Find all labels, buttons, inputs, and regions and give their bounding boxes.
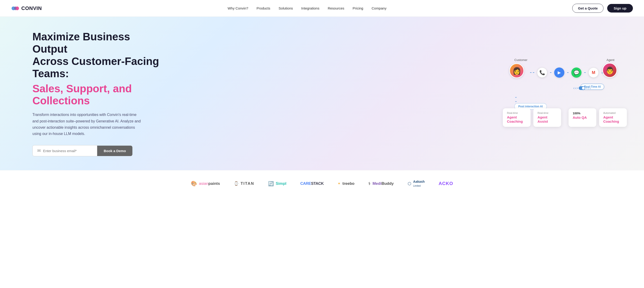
- down-chevrons: ⌄ ⌄: [514, 95, 518, 103]
- dot-1: [550, 72, 552, 73]
- phone-channel-icon: 📞: [537, 67, 547, 78]
- get-quote-button[interactable]: Get a Quote: [572, 4, 604, 13]
- asianpaints-icon: 🎨: [191, 181, 197, 187]
- bottom-cards: Real-time Agent Coaching Real-time Agent…: [503, 108, 627, 127]
- agent-coaching-title: Agent Coaching: [507, 115, 526, 124]
- navbar: CONVIN Why Convin? Products Solutions In…: [0, 0, 644, 17]
- hero-form: ✉ Book a Demo: [32, 145, 167, 156]
- agent-assist-title: Agent Assist: [538, 115, 557, 124]
- asianpaints-text: asianpaints: [199, 181, 220, 186]
- treebo-icon: ✦: [338, 181, 340, 186]
- convin-logo-icon: [11, 6, 20, 11]
- hero-heading: Maximize Business Output Across Customer…: [32, 31, 167, 80]
- simpl-text: Simpl: [276, 181, 286, 186]
- chevron-down-1: ⌄: [514, 95, 518, 99]
- titan-text: TITAN: [240, 181, 254, 186]
- nav-links: Why Convin? Products Solutions Integrati…: [228, 6, 386, 10]
- toggle-switch[interactable]: [579, 86, 585, 90]
- nav-company[interactable]: Company: [372, 6, 386, 10]
- hero-section: Maximize Business Output Across Customer…: [0, 17, 644, 170]
- nav-products[interactable]: Products: [256, 6, 270, 10]
- mail-channel-icon: M: [588, 67, 599, 78]
- logo-acko: ACKO: [439, 181, 453, 186]
- hero-heading-colored: Sales, Support, and Collections: [32, 83, 167, 107]
- dot-2: [567, 72, 568, 73]
- treebo-text: treebo: [342, 181, 354, 186]
- nav-why-convin[interactable]: Why Convin?: [228, 6, 248, 10]
- chevron-down-2: ⌄: [514, 99, 518, 103]
- agent-coaching-label-top: Real-time: [507, 111, 526, 114]
- acko-text: ACKO: [439, 181, 453, 186]
- carestack-text: CARESTACK: [300, 181, 324, 186]
- signup-button[interactable]: Sign up: [607, 4, 633, 13]
- asianpaints-text-asian: asian: [199, 181, 208, 186]
- logo-titan: ⌚ TITAN: [234, 181, 254, 186]
- line-seg2: [586, 88, 587, 88]
- auto-qa-card: 100% Auto QA: [568, 108, 596, 127]
- customer-avatar: 👩: [509, 63, 524, 78]
- auto-qa-number: 100%: [573, 111, 592, 115]
- video-channel-icon: ▶: [554, 67, 564, 78]
- logo-carestack: CARESTACK: [300, 181, 324, 186]
- agent-assist-card: Real-time Agent Assist: [533, 108, 561, 127]
- agent-label: Agent: [606, 58, 614, 62]
- mail-icon: ✉: [37, 148, 41, 153]
- diagram-container: Customer 👩 📞 ▶ 💬 M » »: [496, 56, 621, 130]
- dot-3: [584, 72, 586, 73]
- svg-point-2: [14, 7, 16, 10]
- titan-icon: ⌚: [234, 181, 239, 186]
- connector-arrows: ‹ ‹ ‹ ‹: [574, 86, 591, 90]
- whatsapp-channel-icon: 💬: [571, 67, 582, 78]
- connector-line-1: [530, 72, 534, 73]
- hero-heading-line2: Across Customer-Facing Teams:: [32, 55, 159, 80]
- logo-aakash: ⬡ AakashLimited: [408, 180, 425, 188]
- agent-assist-label-top: Real-time: [538, 111, 557, 114]
- logos-section: 🎨 asianpaints ⌚ TITAN 🔄 Simpl CARESTACK …: [0, 170, 644, 197]
- automated-coaching-label-top: Automated: [603, 111, 623, 114]
- nav-actions: Get a Quote Sign up: [572, 4, 633, 13]
- automated-coaching-card: Automated Agent Coaching: [599, 108, 627, 127]
- medibuddy-icon: ⚕: [368, 181, 370, 186]
- arrow-left: ‹: [574, 86, 574, 90]
- logo-treebo: ✦ treebo: [338, 181, 354, 186]
- channel-icons: 📞 ▶ 💬 M » »: [530, 67, 608, 78]
- logo-medibuddy: ⚕ MediBuddy: [368, 181, 394, 186]
- email-input[interactable]: [43, 149, 92, 153]
- logo[interactable]: CONVIN: [11, 5, 42, 11]
- arrow-left4: ‹: [590, 86, 591, 90]
- agent-coaching-card: Real-time Agent Coaching: [503, 108, 530, 127]
- aakash-text: AakashLimited: [413, 180, 425, 188]
- line-seg: [577, 88, 578, 88]
- hero-subtext: Transform interactions into opportunitie…: [32, 111, 144, 137]
- book-demo-button[interactable]: Book a Demo: [97, 146, 132, 156]
- email-input-wrap[interactable]: ✉: [32, 145, 97, 156]
- hero-diagram: Customer 👩 📞 ▶ 💬 M » »: [496, 56, 621, 130]
- aakash-icon: ⬡: [408, 181, 411, 186]
- arrow-left2: ‹: [575, 86, 576, 90]
- medibuddy-text: MediBuddy: [372, 181, 394, 186]
- nav-integrations[interactable]: Integrations: [301, 6, 319, 10]
- asianpaints-text-paints: paints: [208, 181, 220, 186]
- nav-solutions[interactable]: Solutions: [279, 6, 293, 10]
- logo-simpl: 🔄 Simpl: [268, 181, 286, 186]
- arrow-left3: ‹: [588, 86, 589, 90]
- brand-name: CONVIN: [21, 5, 42, 11]
- auto-qa-title: Auto QA: [573, 115, 592, 120]
- logo-asianpaints: 🎨 asianpaints: [191, 181, 220, 187]
- simpl-icon: 🔄: [268, 181, 274, 186]
- automated-coaching-title: Agent Coaching: [603, 115, 623, 124]
- hero-heading-line1: Maximize Business Output: [32, 31, 130, 55]
- hero-content: Maximize Business Output Across Customer…: [32, 31, 167, 156]
- nav-pricing[interactable]: Pricing: [352, 6, 363, 10]
- agent-avatar: 👨: [602, 63, 617, 78]
- nav-resources[interactable]: Resources: [328, 6, 344, 10]
- customer-label: Customer: [514, 58, 527, 62]
